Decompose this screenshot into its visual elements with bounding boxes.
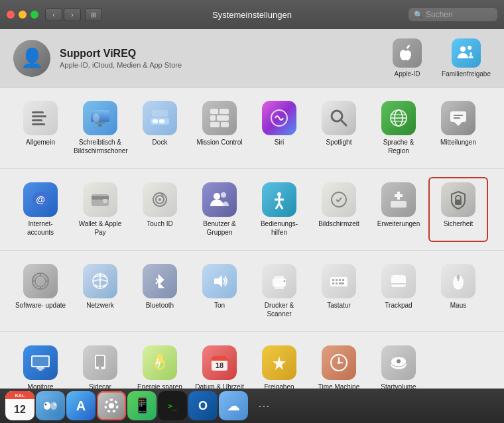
dock: KAL 12 A 📱 >_ O ☁ ⋯ xyxy=(0,389,504,423)
forward-button[interactable]: › xyxy=(64,8,81,21)
svg-rect-71 xyxy=(339,279,341,281)
icon-item-internet[interactable]: @Internet- accounts xyxy=(11,177,70,242)
dock-item-terminal[interactable]: >_ xyxy=(158,391,187,420)
icon-item-benutzer[interactable]: Benutzer & Gruppen xyxy=(190,177,249,242)
profile-section: 👤 Support ViREQ Apple-ID, iCloud, Medien… xyxy=(0,29,504,88)
icon-label-touchid: Touch ID xyxy=(147,219,172,228)
dock-item-outlook[interactable]: O xyxy=(188,391,218,420)
svg-line-48 xyxy=(279,204,283,209)
whatsapp-icon: 📱 xyxy=(133,397,151,414)
icon-box-mitteilungen xyxy=(441,101,475,135)
svg-rect-76 xyxy=(391,275,406,287)
icon-item-timemachine[interactable]: Time Machine xyxy=(309,340,369,389)
main-content: 👤 Support ViREQ Apple-ID, iCloud, Medien… xyxy=(0,29,504,389)
icon-item-netzwerk[interactable]: Netzwerk xyxy=(70,259,130,324)
icon-item-trackpad[interactable]: Trackpad xyxy=(369,259,428,324)
icon-item-datum[interactable]: 18Datum & Uhrzeit xyxy=(190,340,249,389)
apple-id-button[interactable]: Apple-ID xyxy=(393,38,422,78)
icon-box-spotlight xyxy=(322,101,356,135)
icon-box-erweiterungen xyxy=(381,182,416,217)
dock-item-finder[interactable] xyxy=(36,391,65,420)
icon-section-2: @Internet- accountsWallet & Apple PayTou… xyxy=(0,168,504,250)
icon-item-bildschirm[interactable]: Bildschirmzeit xyxy=(309,177,369,242)
icon-item-maus[interactable]: Maus xyxy=(428,259,488,324)
icon-item-freigaben[interactable]: Freigaben xyxy=(249,340,309,389)
icon-label-maus: Maus xyxy=(450,301,466,310)
svg-rect-18 xyxy=(210,115,216,121)
avatar-icon: 👤 xyxy=(21,47,44,69)
svg-point-42 xyxy=(214,193,220,200)
svg-point-106 xyxy=(45,404,47,406)
icon-label-benutzer: Benutzer & Gruppen xyxy=(193,219,246,237)
grid-view-button[interactable]: ⊞ xyxy=(85,8,102,21)
icon-item-sprache[interactable]: Sprache & Region xyxy=(369,95,428,160)
back-button[interactable]: ‹ xyxy=(45,8,62,21)
icon-item-sicherheit[interactable]: Sicherheit xyxy=(428,177,488,242)
svg-line-62 xyxy=(156,278,158,281)
icon-item-bluetooth[interactable]: Bluetooth xyxy=(130,259,190,324)
profile-right-actions: Apple-ID Familienfreigabe xyxy=(393,38,491,78)
icon-label-sprache: Sprache & Region xyxy=(372,138,425,155)
icon-item-erweiterungen[interactable]: Erweiterungen xyxy=(369,177,428,242)
svg-rect-66 xyxy=(275,284,284,289)
icon-item-dock[interactable]: Dock xyxy=(130,95,190,160)
window-title: Systemeinstellungen xyxy=(212,10,292,20)
dock-item-calendar[interactable]: KAL 12 xyxy=(5,391,34,420)
apple-id-label: Apple-ID xyxy=(395,70,420,78)
dock-item-icloud[interactable]: ☁ xyxy=(219,391,248,420)
icon-section-4: MonitoreSidecarEnergie sparen18Datum & U… xyxy=(0,332,504,389)
search-input[interactable] xyxy=(426,10,492,19)
svg-point-41 xyxy=(158,198,161,201)
icon-item-bedienungs[interactable]: Bedienungs- hilfen xyxy=(249,177,309,242)
icon-item-startvolume[interactable]: Startvolume xyxy=(369,340,428,389)
icon-item-spotlight[interactable]: Spotlight xyxy=(309,95,369,160)
dock-item-more[interactable]: ⋯ xyxy=(249,391,279,420)
icon-sections: AllgemeinSchreibtisch & Bildschirmschone… xyxy=(0,88,504,389)
icon-label-siri: Siri xyxy=(275,138,284,147)
icon-item-energie[interactable]: Energie sparen xyxy=(130,340,190,389)
svg-rect-17 xyxy=(220,109,229,114)
icon-item-mission[interactable]: Mission Control xyxy=(190,95,249,160)
profile-info: Support ViREQ Apple-ID, iCloud, Medien &… xyxy=(60,48,383,69)
icon-box-energie xyxy=(143,345,177,380)
svg-rect-38 xyxy=(103,199,107,203)
icon-box-trackpad xyxy=(381,264,416,298)
icon-box-wallet xyxy=(83,182,117,217)
icon-label-wallet: Wallet & Apple Pay xyxy=(74,219,127,237)
icon-item-software[interactable]: Software- update xyxy=(11,259,70,324)
svg-rect-69 xyxy=(332,279,334,281)
svg-rect-3 xyxy=(32,111,44,113)
dock-item-whatsapp[interactable]: 📱 xyxy=(127,391,157,420)
icon-item-touchid[interactable]: Touch ID xyxy=(130,177,190,242)
apple-logo-svg xyxy=(398,44,416,62)
icon-box-startvolume xyxy=(381,345,416,380)
icon-item-mitteilungen[interactable]: Mitteilungen xyxy=(428,95,488,160)
icon-item-tastatur[interactable]: Tastatur xyxy=(309,259,369,324)
svg-rect-91 xyxy=(212,359,227,361)
svg-rect-72 xyxy=(342,279,344,281)
dock-item-appstore[interactable]: A xyxy=(66,391,95,420)
svg-line-24 xyxy=(341,120,346,125)
icon-box-allgemein xyxy=(23,101,58,135)
fullscreen-button[interactable] xyxy=(31,11,38,19)
icon-item-wallet[interactable]: Wallet & Apple Pay xyxy=(70,177,130,242)
svg-marker-31 xyxy=(454,122,462,126)
icon-box-bedienungs xyxy=(262,182,296,217)
minimize-button[interactable] xyxy=(19,11,27,19)
icon-box-bluetooth xyxy=(143,264,177,298)
icon-item-sidecar[interactable]: Sidecar xyxy=(70,340,130,389)
icon-item-drucker[interactable]: Drucker & Scanner xyxy=(249,259,309,324)
dock-item-settings[interactable] xyxy=(97,391,126,420)
search-box[interactable]: 🔍 xyxy=(409,8,497,21)
svg-point-102 xyxy=(397,359,401,363)
icon-item-monitore[interactable]: Monitore xyxy=(11,340,70,389)
icon-label-sidecar: Sidecar xyxy=(89,383,111,389)
icon-item-allgemein[interactable]: Allgemein xyxy=(11,95,70,160)
icon-item-ton[interactable]: Ton xyxy=(190,259,249,324)
family-sharing-button[interactable]: Familienfreigabe xyxy=(442,38,491,78)
icon-box-ton xyxy=(202,264,237,298)
svg-rect-16 xyxy=(210,109,218,114)
icon-item-schreibtisch[interactable]: Schreibtisch & Bildschirmschoner xyxy=(70,95,130,160)
close-button[interactable] xyxy=(7,11,15,19)
icon-item-siri[interactable]: Siri xyxy=(249,95,309,160)
